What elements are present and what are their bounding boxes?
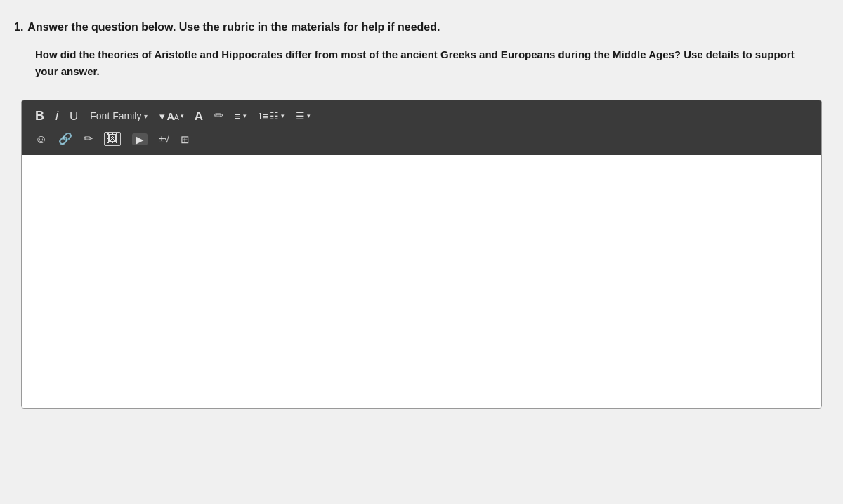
aa-dropdown-arrow: ▾ — [181, 113, 183, 119]
question-block: 1. Answer the question below. Use the ru… — [14, 21, 829, 409]
highlight-button[interactable]: ✏ — [211, 108, 227, 124]
emoji-button[interactable]: ☺ — [32, 131, 51, 147]
link-button[interactable]: 🔗 — [55, 131, 76, 147]
underline-button[interactable]: U — [66, 108, 81, 124]
image-button[interactable]: 🖼 — [100, 130, 124, 148]
font-family-dropdown-arrow: ▾ — [144, 112, 148, 120]
editor-content[interactable] — [22, 155, 821, 408]
bullet-list-button[interactable]: ☰ ▾ — [292, 109, 314, 123]
editor-container: B i U Font Family ▾ ▾ AA ▾ A — [21, 100, 822, 409]
toolbar-row-1: B i U Font Family ▾ ▾ AA ▾ A — [32, 107, 811, 124]
font-size-button[interactable]: ▾ AA ▾ — [156, 109, 186, 124]
question-header: 1. Answer the question below. Use the ru… — [14, 21, 829, 46]
align-dropdown-arrow: ▾ — [243, 113, 247, 119]
text-color-button[interactable]: A — [191, 108, 207, 124]
numbered-list-button[interactable]: 1≡ ☷ ▾ — [254, 109, 288, 123]
align-left-button[interactable]: ≡ ▾ — [231, 109, 250, 124]
font-family-button[interactable]: Font Family ▾ — [86, 108, 152, 124]
formula-button[interactable]: ±√ — [155, 132, 172, 146]
question-instruction: Answer the question below. Use the rubri… — [27, 21, 440, 34]
toolbar: B i U Font Family ▾ ▾ AA ▾ A — [22, 100, 821, 155]
bullet-list-dropdown-arrow: ▾ — [307, 113, 311, 119]
font-family-label: Font Family — [90, 110, 141, 121]
question-text: How did the theories of Aristotle and Hi… — [35, 46, 808, 80]
annotation-button[interactable]: ✏ — [80, 131, 96, 147]
bold-button[interactable]: B — [32, 107, 48, 124]
table-button[interactable]: ⊞ — [177, 132, 193, 147]
numbered-list-dropdown-arrow: ▾ — [281, 113, 285, 119]
question-number: 1. — [14, 21, 23, 34]
italic-button[interactable]: i — [52, 107, 62, 124]
toolbar-row-2: ☺ 🔗 ✏ 🖼 ▶ ±√ ⊞ — [32, 130, 811, 148]
video-button[interactable]: ▶ — [129, 131, 151, 147]
